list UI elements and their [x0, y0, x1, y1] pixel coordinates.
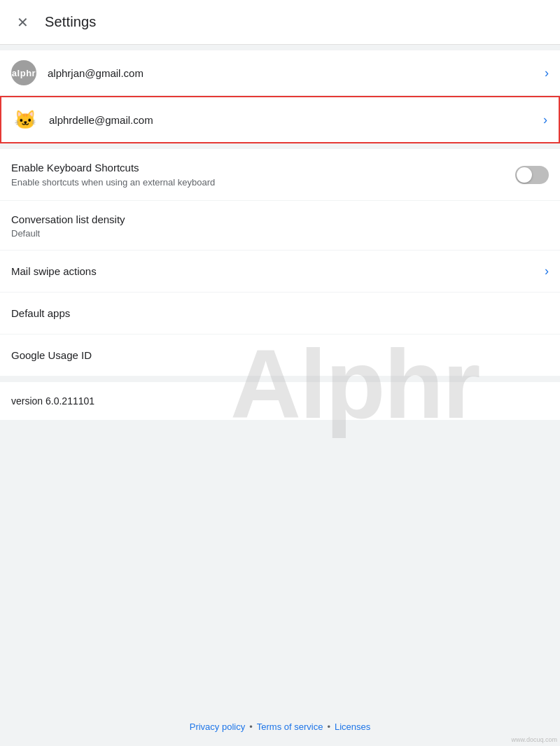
- page-title: Settings: [45, 14, 96, 30]
- keyboard-shortcuts-content: Enable Keyboard Shortcuts Enable shortcu…: [11, 160, 515, 189]
- avatar-text-1: alphr: [12, 68, 36, 78]
- licenses-link[interactable]: Licenses: [335, 722, 370, 732]
- setting-google-usage-id[interactable]: Google Usage ID: [0, 335, 560, 376]
- footer: Privacy policy • Terms of service • Lice…: [0, 722, 560, 732]
- version-row: version 6.0.211101: [0, 382, 560, 420]
- avatar-1: alphr: [11, 60, 36, 85]
- setting-conversation-density[interactable]: Conversation list density Default: [0, 201, 560, 251]
- privacy-policy-link[interactable]: Privacy policy: [190, 722, 245, 732]
- terms-of-service-link[interactable]: Terms of service: [257, 722, 323, 732]
- account-email-2: alphrdelle@gmail.com: [49, 114, 538, 126]
- version-section: version 6.0.211101: [0, 382, 560, 420]
- footer-separator-1: •: [249, 722, 253, 732]
- keyboard-shortcuts-toggle[interactable]: [515, 166, 549, 184]
- close-icon: ✕: [17, 14, 29, 31]
- chevron-right-icon-2: ›: [543, 113, 547, 127]
- header: ✕ Settings: [0, 0, 560, 45]
- setting-keyboard-shortcuts[interactable]: Enable Keyboard Shortcuts Enable shortcu…: [0, 149, 560, 201]
- chevron-right-icon-1: ›: [545, 66, 549, 80]
- avatar-emoji-2: 🐱: [14, 109, 36, 131]
- settings-section: Enable Keyboard Shortcuts Enable shortcu…: [0, 149, 560, 376]
- mail-swipe-content: Mail swipe actions: [11, 264, 539, 279]
- footer-separator-2: •: [327, 722, 330, 732]
- account-row-2[interactable]: 🐱 alphrdelle@gmail.com ›: [0, 96, 560, 143]
- toggle-track: [515, 166, 549, 184]
- setting-default-apps[interactable]: Default apps: [0, 293, 560, 335]
- conversation-density-title: Conversation list density: [11, 212, 549, 227]
- toggle-thumb: [517, 167, 532, 183]
- google-usage-id-content: Google Usage ID: [11, 348, 549, 363]
- chevron-right-icon-mail-swipe: ›: [545, 264, 549, 279]
- keyboard-shortcuts-subtitle: Enable shortcuts when using an external …: [11, 176, 515, 189]
- account-row-1[interactable]: alphr alphrjan@gmail.com ›: [0, 50, 560, 96]
- close-button[interactable]: ✕: [11, 11, 34, 34]
- conversation-density-content: Conversation list density Default: [11, 212, 549, 239]
- default-apps-content: Default apps: [11, 306, 549, 321]
- conversation-density-value: Default: [11, 228, 549, 239]
- setting-mail-swipe[interactable]: Mail swipe actions ›: [0, 251, 560, 293]
- section-divider-top: [0, 45, 560, 50]
- google-usage-id-title: Google Usage ID: [11, 348, 549, 363]
- default-apps-title: Default apps: [11, 306, 549, 321]
- account-email-1: alphrjan@gmail.com: [48, 67, 539, 79]
- site-watermark: www.docuq.com: [511, 736, 557, 743]
- keyboard-shortcuts-title: Enable Keyboard Shortcuts: [11, 160, 515, 175]
- mail-swipe-title: Mail swipe actions: [11, 264, 539, 279]
- avatar-2: 🐱: [13, 107, 38, 132]
- accounts-section: alphr alphrjan@gmail.com › 🐱 alphrdelle@…: [0, 50, 560, 143]
- version-text: version 6.0.211101: [11, 395, 94, 407]
